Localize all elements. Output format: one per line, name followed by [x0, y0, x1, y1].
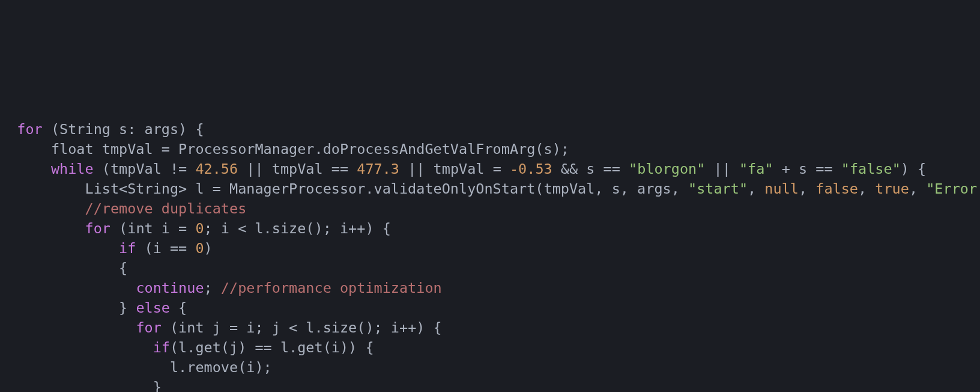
- indent: [0, 220, 85, 237]
- code-text: ): [204, 240, 213, 257]
- code-text: (l.get(j) == l.get(i)) {: [170, 339, 374, 356]
- code-text: }: [0, 379, 162, 392]
- code-line: for (int i = 0; i < l.size(); i++) {: [0, 220, 391, 237]
- code-line: } else {: [0, 299, 187, 316]
- string-literal: "false": [841, 161, 901, 177]
- code-text: ) {: [901, 161, 926, 177]
- number-literal: 42.56: [195, 161, 238, 177]
- code-line: l.remove(i);: [0, 359, 272, 376]
- keyword-for: for: [85, 220, 110, 237]
- code-line: {: [0, 260, 127, 277]
- code-editor[interactable]: for (String s: args) { float tmpVal = Pr…: [0, 99, 980, 392]
- code-text: ;: [204, 280, 221, 296]
- code-text: (i ==: [136, 240, 195, 257]
- indent: [0, 280, 136, 296]
- indent: [0, 319, 136, 336]
- code-text: ; i < l.size(); i++) {: [204, 220, 391, 237]
- string-literal: "blorgon": [629, 161, 705, 177]
- code-line: //remove duplicates: [0, 200, 246, 217]
- code-line: continue; //performance optimization: [0, 280, 442, 296]
- string-literal: "start": [688, 180, 748, 197]
- indent: [0, 161, 51, 177]
- keyword-for: for: [136, 319, 161, 336]
- code-text: (int j = i; j < l.size(); i++) {: [162, 319, 442, 336]
- indent: [0, 339, 153, 356]
- code-text: || tmpVal =: [399, 161, 510, 177]
- code-text: List<String> l = ManagerProcessor.valida…: [0, 180, 688, 197]
- code-text: ,: [799, 180, 815, 197]
- code-text: l.remove(i);: [0, 359, 272, 376]
- indent: [0, 240, 119, 257]
- string-literal: "fa": [739, 161, 773, 177]
- code-text: + s ==: [773, 161, 841, 177]
- code-line: List<String> l = ManagerProcessor.valida…: [0, 180, 980, 197]
- keyword-while: while: [51, 161, 94, 177]
- code-text: {: [0, 260, 127, 277]
- keyword-if: if: [153, 339, 170, 356]
- code-text: ,: [748, 180, 764, 197]
- code-line: if(l.get(j) == l.get(i)) {: [0, 339, 374, 356]
- code-text: {: [170, 299, 187, 316]
- code-line: if (i == 0): [0, 240, 213, 257]
- code-text: ,: [858, 180, 875, 197]
- bool-literal: true: [875, 180, 909, 197]
- code-line: }: [0, 379, 162, 392]
- comment: //performance optimization: [221, 280, 442, 296]
- number-literal: 477.3: [357, 161, 399, 177]
- number-literal: 0: [195, 220, 204, 237]
- code-text: float tmpVal = ProcessorManager.doProces…: [0, 141, 569, 158]
- code-line: for (int j = i; j < l.size(); i++) {: [0, 319, 442, 336]
- code-text: (String s: args) {: [43, 121, 204, 138]
- keyword-else: else: [136, 299, 170, 316]
- keyword-continue: continue: [136, 280, 204, 296]
- number-literal: -0.53: [510, 161, 552, 177]
- comment: //remove duplicates: [85, 200, 246, 217]
- code-line: float tmpVal = ProcessorManager.doProces…: [0, 141, 569, 158]
- number-literal: 0: [195, 240, 204, 257]
- code-text: || tmpVal ==: [238, 161, 357, 177]
- code-text: ,: [909, 180, 926, 197]
- code-text: (int i =: [110, 220, 195, 237]
- code-line: for (String s: args) {: [0, 121, 204, 138]
- code-text: (tmpVal !=: [94, 161, 196, 177]
- code-text: && s ==: [552, 161, 629, 177]
- bool-literal: false: [815, 180, 858, 197]
- string-literal: "Error v: [926, 180, 980, 197]
- code-text: ||: [705, 161, 739, 177]
- indent: [0, 200, 85, 217]
- code-text: }: [0, 299, 136, 316]
- null-literal: null: [764, 180, 799, 197]
- keyword-for: for: [17, 121, 42, 138]
- code-line: while (tmpVal != 42.56 || tmpVal == 477.…: [0, 161, 926, 177]
- keyword-if: if: [119, 240, 136, 257]
